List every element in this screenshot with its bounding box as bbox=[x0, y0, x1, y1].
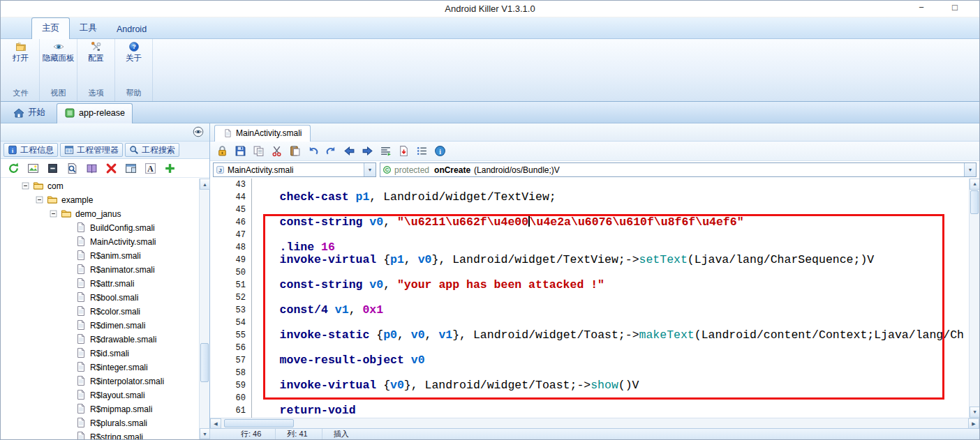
code-content[interactable]: check-cast p1, Landroid/widget/TextView;… bbox=[252, 179, 969, 418]
tree-item-r-interpolator-smali[interactable]: R$interpolator.smali bbox=[1, 374, 199, 388]
code-line-58[interactable] bbox=[252, 367, 969, 379]
tree-item-example[interactable]: example bbox=[1, 192, 199, 206]
minimize-button[interactable]: − bbox=[914, 2, 929, 13]
list-button[interactable] bbox=[416, 145, 428, 157]
editor-tab-mainactivity[interactable]: MainActivity.smali bbox=[214, 125, 311, 142]
code-line-53[interactable]: const/4 v1, 0x1 bbox=[252, 304, 969, 317]
paste-button[interactable] bbox=[289, 145, 301, 157]
copy-button[interactable] bbox=[253, 145, 265, 157]
doc-tab-label: 开始 bbox=[28, 107, 45, 119]
scroll-up-icon[interactable]: ▲ bbox=[200, 179, 210, 190]
code-line-61[interactable]: return-void bbox=[252, 404, 969, 417]
info-button[interactable]: i bbox=[434, 145, 446, 157]
code-line-57[interactable]: move-result-object v0 bbox=[252, 354, 969, 367]
project-panel-header bbox=[1, 123, 209, 142]
image-button[interactable] bbox=[27, 162, 39, 174]
tree-item-r-string-smali[interactable]: R$string.smali bbox=[1, 430, 199, 439]
horizontal-scroll-thumb[interactable] bbox=[224, 419, 294, 427]
code-line-45[interactable] bbox=[252, 204, 969, 216]
ribbon-tab-android[interactable]: Android bbox=[107, 20, 156, 38]
tree-item-r-dimen-smali[interactable]: R$dimen.smali bbox=[1, 318, 199, 332]
search-file-button[interactable] bbox=[66, 162, 78, 174]
tree-item-r-color-smali[interactable]: R$color.smali bbox=[1, 304, 199, 318]
method-selector-dropdown[interactable]: C protected onCreate (Landroid/os/Bundle… bbox=[380, 162, 977, 177]
tree-item-r-plurals-smali[interactable]: R$plurals.smali bbox=[1, 416, 199, 430]
line-number: 48 bbox=[210, 241, 251, 254]
editor-scroll-thumb[interactable] bbox=[970, 190, 979, 214]
tree-item-r-layout-smali[interactable]: R$layout.smali bbox=[1, 388, 199, 402]
refresh-button[interactable] bbox=[8, 162, 20, 174]
doc-tab-app-release[interactable]: app-release bbox=[57, 103, 133, 123]
tree-item-r-mipmap-smali[interactable]: R$mipmap.smali bbox=[1, 402, 199, 416]
panel-pin-eye-button[interactable] bbox=[193, 126, 204, 137]
scroll-left-icon[interactable]: ◀ bbox=[210, 418, 221, 429]
format-icon bbox=[380, 145, 392, 157]
file-selector-dropdown[interactable]: J MainActivity.smali ▼ bbox=[213, 162, 376, 177]
tree-item-r-attr-smali[interactable]: R$attr.smali bbox=[1, 276, 199, 290]
code-line-49[interactable]: invoke-virtual {p1, v0}, Landroid/widget… bbox=[252, 254, 969, 266]
chevron-down-icon[interactable]: ▼ bbox=[364, 163, 376, 176]
open-button[interactable]: 打开 bbox=[13, 41, 29, 72]
redo-button[interactable] bbox=[325, 145, 337, 157]
code-line-46[interactable]: const-string v0, "\u6211\u662f\u4e00\u4e… bbox=[252, 216, 969, 229]
add-button[interactable] bbox=[164, 162, 176, 174]
code-line-50[interactable] bbox=[252, 266, 969, 279]
code-line-44[interactable]: check-cast p1, Landroid/widget/TextView; bbox=[252, 191, 969, 204]
tree-item-label: R$drawable.smali bbox=[90, 334, 156, 344]
tree-item-r-drawable-smali[interactable]: R$drawable.smali bbox=[1, 332, 199, 346]
code-line-56[interactable] bbox=[252, 342, 969, 354]
maximize-button[interactable]: □ bbox=[947, 2, 963, 13]
hide-panel-button[interactable]: 隐藏面板 bbox=[43, 41, 75, 72]
tree-item-r-id-smali[interactable]: R$id.smali bbox=[1, 346, 199, 360]
scroll-down-icon[interactable]: ▼ bbox=[200, 428, 210, 439]
back-button[interactable] bbox=[343, 145, 355, 157]
code-line-48[interactable]: .line 16 bbox=[252, 241, 969, 254]
save-button[interactable] bbox=[235, 145, 246, 157]
scroll-up-icon[interactable]: ▲ bbox=[970, 179, 979, 190]
code-line-54[interactable] bbox=[252, 317, 969, 329]
panel-button[interactable] bbox=[125, 162, 137, 174]
cut-button[interactable] bbox=[271, 145, 283, 157]
tree-item-r-integer-smali[interactable]: R$integer.smali bbox=[1, 360, 199, 374]
panel-tab-project-info[interactable]: i工程信息 bbox=[3, 143, 58, 157]
scroll-down-icon[interactable]: ▼ bbox=[970, 407, 979, 418]
minus-box-icon bbox=[22, 182, 29, 190]
line-number: 58 bbox=[210, 367, 251, 379]
export-button[interactable] bbox=[398, 145, 410, 157]
code-line-43[interactable] bbox=[252, 179, 969, 191]
ribbon-tab-home[interactable]: 主页 bbox=[31, 17, 70, 39]
delete-button[interactable] bbox=[105, 162, 117, 174]
code-line-55[interactable]: invoke-static {p0, v0, v1}, Landroid/wid… bbox=[252, 329, 969, 342]
tree-item-r-bool-smali[interactable]: R$bool.smali bbox=[1, 290, 199, 304]
format-button[interactable] bbox=[380, 145, 392, 157]
undo-button[interactable] bbox=[307, 145, 319, 157]
tree-item-r-anim-smali[interactable]: R$anim.smali bbox=[1, 248, 199, 262]
code-line-52[interactable] bbox=[252, 291, 969, 304]
tree-item-r-animator-smali[interactable]: R$animator.smali bbox=[1, 262, 199, 276]
font-button[interactable]: A bbox=[144, 162, 156, 174]
tree-item-com[interactable]: com bbox=[1, 179, 199, 192]
doc-tab-start[interactable]: 开始 bbox=[6, 103, 52, 123]
code-line-59[interactable]: invoke-virtual {v0}, Landroid/widget/Toa… bbox=[252, 379, 969, 392]
panel-tab-project-search[interactable]: 工程搜索 bbox=[125, 143, 179, 157]
code-line-51[interactable]: const-string v0, "your app has been atta… bbox=[252, 279, 969, 291]
forward-button[interactable] bbox=[362, 145, 373, 157]
chevron-down-icon[interactable]: ▼ bbox=[964, 163, 976, 176]
tree-item-mainactivity-smali[interactable]: MainActivity.smali bbox=[1, 234, 199, 248]
code-line-60[interactable] bbox=[252, 392, 969, 404]
tree-scroll-thumb[interactable] bbox=[200, 343, 209, 382]
config-button[interactable]: 配置 bbox=[88, 41, 104, 72]
tree-item-buildconfig-smali[interactable]: BuildConfig.smali bbox=[1, 220, 199, 234]
about-button[interactable]: ?关于 bbox=[126, 41, 142, 72]
code-line-47[interactable] bbox=[252, 229, 969, 241]
code-editor[interactable]: 43444546474849505152535455565758596061 c… bbox=[210, 179, 979, 418]
scroll-right-icon[interactable]: ▶ bbox=[968, 418, 979, 429]
ribbon-tab-tools[interactable]: 工具 bbox=[70, 18, 107, 38]
tree-item-label: MainActivity.smali bbox=[90, 236, 156, 247]
book-button[interactable] bbox=[86, 162, 98, 174]
lock-button[interactable] bbox=[216, 145, 228, 157]
panel-tab-project-manager[interactable]: 工程管理器 bbox=[60, 143, 123, 157]
tree-item-demo-janus[interactable]: demo_janus bbox=[1, 206, 199, 220]
collapse-button[interactable] bbox=[47, 162, 59, 174]
file-icon bbox=[75, 431, 87, 439]
